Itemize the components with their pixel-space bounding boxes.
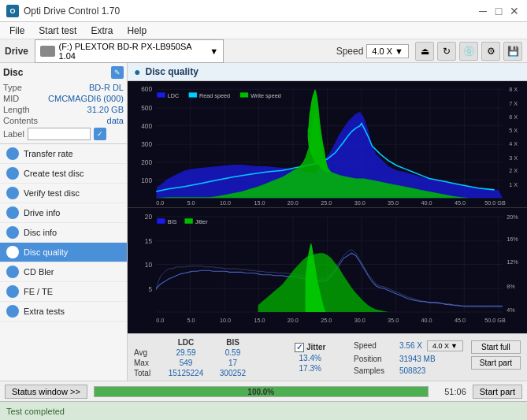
charts-container: 600 500 400 300 200 100 8 X 7 X 6 X 5 X …	[128, 81, 527, 333]
toolbar-icons: ⏏ ↻ 💿 ⚙ 💾	[415, 42, 522, 61]
disc-label-label: Label	[3, 129, 24, 139]
svg-text:25.0: 25.0	[321, 316, 332, 323]
samples-label: Samples	[354, 366, 395, 375]
svg-text:15.0: 15.0	[254, 316, 265, 323]
jitter-checkbox[interactable]: ✓	[295, 343, 304, 352]
disc-section: Disc ✎ Type BD-R DL MID CMCMAGDI6 (000) …	[0, 63, 127, 144]
extra-tests-icon	[6, 305, 19, 318]
transfer-rate-label: Transfer rate	[24, 149, 73, 158]
svg-text:15.0: 15.0	[254, 199, 265, 206]
speed-arrow: ▼	[395, 46, 403, 56]
verify-test-disc-icon	[6, 187, 19, 199]
disc-icon[interactable]: 💿	[459, 42, 478, 61]
status-window-button[interactable]: Status window >>	[5, 385, 87, 399]
svg-text:20.0: 20.0	[288, 199, 299, 206]
svg-rect-90	[184, 218, 192, 224]
drive-bar: Drive (F:) PLEXTOR BD-R PX-LB950SA 1.04 …	[0, 39, 527, 63]
create-test-disc-icon	[6, 167, 19, 180]
title-bar-controls: ─ □ ✕	[477, 5, 521, 17]
start-full-button[interactable]: Start full	[471, 340, 521, 354]
sidebar-item-disc-quality[interactable]: Disc quality	[0, 243, 127, 262]
drive-label: Drive	[5, 46, 28, 57]
menu-bar: File Start test Extra Help	[0, 22, 527, 39]
restore-button[interactable]: □	[492, 5, 505, 17]
svg-text:16%: 16%	[507, 235, 518, 242]
sidebar-item-extra-tests[interactable]: Extra tests	[0, 302, 127, 322]
svg-rect-43	[157, 92, 165, 97]
disc-header: Disc ✎	[3, 66, 124, 79]
app-icon: O	[6, 5, 19, 17]
svg-text:8 X: 8 X	[509, 86, 518, 93]
sidebar-item-disc-info[interactable]: Disc info	[0, 223, 127, 243]
speed-dropdown[interactable]: 4.0 X ▼	[366, 44, 409, 58]
disc-label-input[interactable]	[28, 128, 91, 140]
close-button[interactable]: ✕	[508, 5, 521, 17]
minimize-button[interactable]: ─	[477, 5, 489, 17]
label-confirm-icon[interactable]: ✓	[94, 128, 106, 140]
speed-select-arrow: ▼	[451, 342, 458, 350]
max-label: Max	[134, 359, 161, 367]
sidebar-item-drive-info[interactable]: Drive info	[0, 203, 127, 223]
svg-text:10.0: 10.0	[220, 316, 231, 323]
disc-contents-label: Contents	[3, 116, 38, 125]
bottom-info-bar: Test completed	[0, 401, 527, 420]
title-bar-left: O Opti Drive Control 1.70	[6, 5, 120, 17]
svg-text:25.0: 25.0	[321, 199, 332, 206]
bottom-info-text: Test completed	[6, 407, 65, 416]
extra-tests-label: Extra tests	[24, 307, 65, 316]
svg-text:500: 500	[141, 105, 152, 112]
refresh-icon[interactable]: ↻	[437, 42, 456, 61]
svg-text:BIS: BIS	[168, 217, 177, 225]
disc-type-value: BD-R DL	[89, 83, 124, 92]
sidebar-item-verify-test-disc[interactable]: Verify test disc	[0, 184, 127, 203]
sidebar-item-transfer-rate[interactable]: Transfer rate	[0, 144, 127, 164]
jitter-max: 17.3%	[295, 364, 325, 373]
speed-select-control[interactable]: 4.0 X ▼	[427, 340, 463, 351]
drive-icon	[40, 46, 55, 57]
svg-text:20%: 20%	[507, 214, 518, 221]
drive-dropdown-arrow: ▼	[210, 46, 218, 56]
jitter-avg: 13.4%	[295, 354, 325, 362]
menu-file[interactable]: File	[3, 24, 31, 38]
right-stats: Speed 3.56 X 4.0 X ▼ Position 31943 MB S…	[354, 340, 521, 375]
sidebar-item-fe-te[interactable]: FE / TE	[0, 282, 127, 302]
drive-info-icon	[6, 206, 19, 219]
disc-contents-value: data	[107, 116, 124, 125]
sidebar-item-cd-bler[interactable]: CD Bler	[0, 262, 127, 282]
disc-edit-icon[interactable]: ✎	[111, 66, 124, 79]
svg-text:30.0: 30.0	[354, 199, 366, 206]
avg-row: Avg 29.59 0.59	[134, 348, 291, 357]
right-panel: ● Disc quality	[128, 63, 527, 381]
svg-text:35.0: 35.0	[388, 199, 399, 206]
disc-quality-header-icon: ●	[134, 65, 140, 78]
start-part-button[interactable]: Start part	[471, 356, 521, 370]
disc-contents-row: Contents data	[3, 115, 124, 126]
settings-icon[interactable]: ⚙	[481, 42, 500, 61]
start-part-status-button[interactable]: Start part	[473, 385, 522, 399]
disc-length-row: Length 31.20 GB	[3, 104, 124, 115]
avg-ldc: 29.59	[162, 348, 210, 357]
eject-icon[interactable]: ⏏	[415, 42, 434, 61]
verify-test-disc-label: Verify test disc	[24, 188, 80, 198]
drive-dropdown[interactable]: (F:) PLEXTOR BD-R PX-LB950SA 1.04 ▼	[35, 39, 224, 63]
svg-text:300: 300	[141, 141, 152, 148]
action-buttons: Start full Start part	[471, 340, 521, 370]
svg-rect-47	[240, 92, 248, 97]
disc-length-label: Length	[3, 105, 30, 114]
svg-text:45.0: 45.0	[455, 316, 466, 323]
sidebar-item-create-test-disc[interactable]: Create test disc	[0, 164, 127, 184]
svg-text:6 X: 6 X	[509, 113, 518, 121]
disc-quality-header: ● Disc quality	[128, 63, 527, 81]
menu-start-test[interactable]: Start test	[32, 24, 83, 38]
svg-text:20: 20	[145, 213, 152, 221]
position-row: Position 31943 MB	[354, 355, 463, 363]
progress-text: 100.0%	[247, 387, 274, 396]
cd-bler-icon	[6, 266, 19, 278]
menu-help[interactable]: Help	[121, 24, 153, 38]
app-title: Opti Drive Control 1.70	[24, 6, 120, 17]
transfer-rate-icon	[6, 147, 19, 160]
svg-rect-45	[189, 92, 197, 97]
menu-extra[interactable]: Extra	[84, 24, 119, 38]
disc-title: Disc	[3, 67, 23, 78]
save-icon[interactable]: 💾	[503, 42, 522, 61]
